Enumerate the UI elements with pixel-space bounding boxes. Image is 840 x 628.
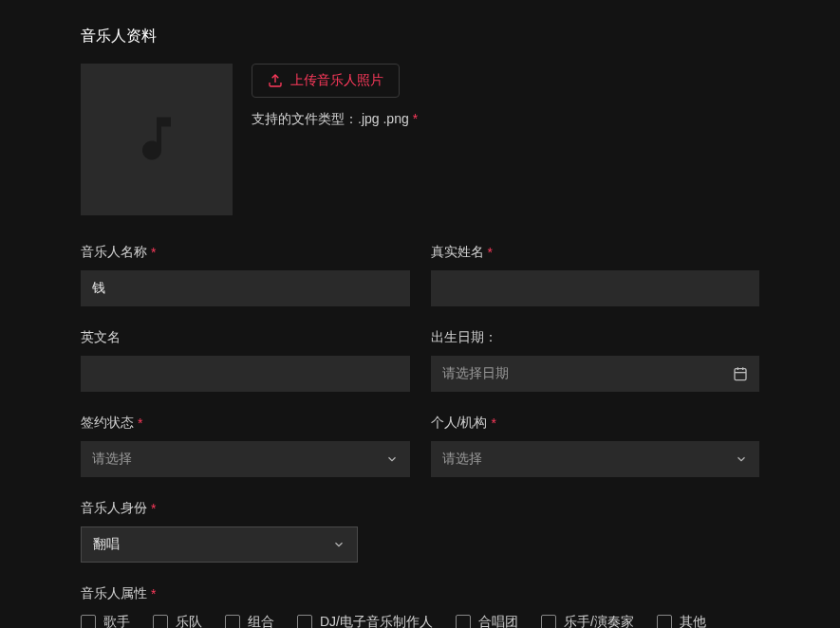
checkbox-item[interactable]: 组合: [225, 614, 274, 628]
music-note-icon: [128, 110, 185, 170]
checkbox-label: 乐手/演奏家: [564, 614, 634, 628]
checkbox-label: 合唱团: [478, 614, 518, 628]
checkbox-label: 乐队: [176, 614, 202, 628]
name-input[interactable]: [81, 270, 410, 306]
supported-file-types: 支持的文件类型：.jpg .png*: [252, 111, 418, 128]
checkbox-box: [153, 615, 168, 628]
birth-date-picker[interactable]: 请选择日期: [431, 356, 760, 392]
chevron-down-icon: [735, 453, 748, 466]
checkbox-box: [297, 615, 312, 628]
birth-date-placeholder: 请选择日期: [442, 365, 734, 382]
photo-placeholder[interactable]: [81, 64, 233, 215]
sign-status-label: 签约状态: [81, 415, 134, 432]
chevron-down-icon: [332, 538, 345, 551]
checkbox-label: 组合: [248, 614, 274, 628]
name-label: 音乐人名称: [81, 244, 147, 261]
org-type-select[interactable]: 请选择: [431, 441, 760, 477]
checkbox-label: 其他: [680, 614, 706, 628]
checkbox-box: [456, 615, 471, 628]
english-name-input[interactable]: [81, 356, 410, 392]
english-name-label: 英文名: [81, 329, 121, 346]
attribute-checkbox-group: 歌手乐队组合DJ/电子音乐制作人合唱团乐手/演奏家其他: [81, 614, 759, 628]
identity-selected: 翻唱: [93, 536, 332, 553]
real-name-label: 真实姓名: [431, 244, 484, 261]
checkbox-box: [225, 615, 240, 628]
checkbox-label: DJ/电子音乐制作人: [320, 614, 433, 628]
svg-rect-1: [735, 369, 746, 380]
cloud-upload-icon: [268, 73, 283, 88]
calendar-icon: [733, 366, 748, 381]
org-type-selected: 请选择: [442, 451, 736, 468]
sign-status-selected: 请选择: [92, 451, 385, 468]
checkbox-label: 歌手: [103, 614, 130, 628]
checkbox-box: [541, 615, 556, 628]
checkbox-item[interactable]: 合唱团: [456, 614, 518, 628]
checkbox-box: [657, 615, 672, 628]
attribute-label: 音乐人属性: [81, 585, 147, 602]
upload-photo-button[interactable]: 上传音乐人照片: [252, 64, 400, 98]
checkbox-item[interactable]: 乐队: [153, 614, 202, 628]
sign-status-select[interactable]: 请选择: [81, 441, 410, 477]
upload-button-label: 上传音乐人照片: [290, 72, 383, 89]
real-name-input[interactable]: [431, 270, 760, 306]
checkbox-item[interactable]: 乐手/演奏家: [541, 614, 634, 628]
identity-select[interactable]: 翻唱: [81, 526, 358, 563]
checkbox-item[interactable]: 歌手: [81, 614, 130, 628]
birth-date-label: 出生日期：: [431, 329, 497, 346]
checkbox-item[interactable]: DJ/电子音乐制作人: [297, 614, 433, 628]
section-title: 音乐人资料: [81, 27, 759, 46]
checkbox-box: [81, 615, 96, 628]
chevron-down-icon: [385, 453, 399, 466]
org-type-label: 个人/机构: [431, 415, 488, 432]
identity-label: 音乐人身份: [81, 500, 147, 517]
checkbox-item[interactable]: 其他: [657, 614, 706, 628]
